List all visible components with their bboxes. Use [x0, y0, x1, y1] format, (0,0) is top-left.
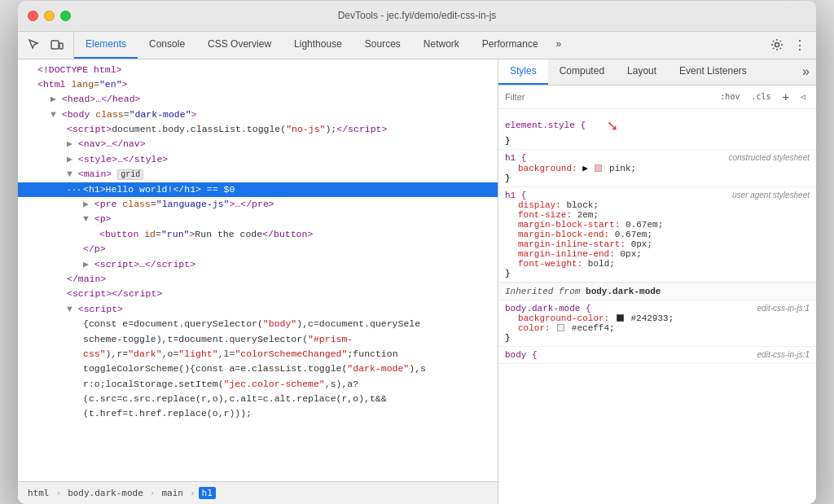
dom-line-js5[interactable]: r:o;localStorage.setItem("jec.color-sche…: [18, 377, 498, 392]
dom-line-h1[interactable]: ... <h1>Hello world!</h1> == $0: [18, 182, 498, 197]
dom-line-main-close[interactable]: </main>: [18, 272, 498, 287]
rule-prop-background[interactable]: background: ▶ pink;: [505, 163, 810, 173]
dom-line-js6[interactable]: (c.src=c.src.replace(r,o),c.alt=c.alt.re…: [18, 392, 498, 406]
main-tabs: Elements Console CSS Overview Lighthouse…: [74, 32, 761, 59]
color-swatch-light[interactable]: [557, 324, 564, 331]
dom-line-script2[interactable]: ▶ <script>…</script>: [18, 257, 498, 272]
style-rule-h1-constructed: h1 { constructed stylesheet background: …: [498, 150, 816, 187]
styles-tab-styles[interactable]: Styles: [498, 59, 548, 85]
breadcrumb-h1[interactable]: h1: [199, 487, 216, 499]
filter-buttons: :hov .cls + ◁: [716, 89, 810, 105]
tab-lighthouse[interactable]: Lighthouse: [283, 32, 353, 59]
styles-tabs: Styles Computed Layout Event Listeners »: [498, 59, 816, 85]
svg-rect-0: [51, 41, 59, 49]
filter-bar: :hov .cls + ◁: [498, 85, 816, 109]
window-title: DevTools - jec.fyi/demo/edit-css-in-js: [338, 10, 497, 21]
rule-prop-margin-inline-end[interactable]: margin-inline-end: 0px;: [505, 249, 810, 259]
rule-selector-body[interactable]: body { edit-css-in-js:1: [505, 350, 810, 360]
add-style-button[interactable]: +: [779, 89, 793, 105]
more-options-icon[interactable]: ⋮: [790, 35, 810, 55]
close-button[interactable]: [28, 11, 38, 21]
styles-tab-event-listeners[interactable]: Event Listeners: [668, 59, 758, 85]
rule-selector-h1-ua[interactable]: h1 { user agent stylesheet: [505, 191, 810, 200]
devtools-window: DevTools - jec.fyi/demo/edit-css-in-js: [18, 1, 816, 504]
dom-line-body[interactable]: ▼ <body class="dark-mode">: [18, 107, 498, 122]
hov-filter-button[interactable]: :hov: [716, 90, 744, 103]
devtools-toolbar: Elements Console CSS Overview Lighthouse…: [18, 32, 816, 59]
tab-elements[interactable]: Elements: [74, 32, 138, 59]
main-content: <!DOCTYPE html> <html lang="en"> ▶ <head…: [18, 59, 816, 504]
tab-sources[interactable]: Sources: [353, 32, 412, 59]
inherited-from-label: Inherited from body.dark-mode: [498, 283, 816, 300]
dom-content[interactable]: <!DOCTYPE html> <html lang="en"> ▶ <head…: [18, 59, 498, 481]
rule-close-h1-constructed: }: [505, 173, 810, 183]
dom-line-pre[interactable]: ▶ <pre class="language-js">…</pre>: [18, 197, 498, 212]
styles-tab-layout[interactable]: Layout: [616, 59, 668, 85]
tab-more[interactable]: »: [550, 32, 568, 59]
breadcrumb-html[interactable]: html: [24, 487, 53, 499]
cls-filter-button[interactable]: .cls: [747, 90, 775, 103]
toggle-sidebar-icon[interactable]: ◁: [797, 90, 810, 103]
rule-selector-h1[interactable]: h1 { constructed stylesheet: [505, 153, 810, 163]
dom-line-script1[interactable]: <script>document.body.classList.toggle("…: [18, 122, 498, 137]
styles-filter-input[interactable]: [505, 92, 713, 102]
rule-prop-display[interactable]: display: block;: [505, 200, 810, 210]
dom-line-js3[interactable]: css"),r="dark",o="light",l="colorSchemeC…: [18, 347, 498, 362]
rule-prop-color[interactable]: color: #eceff4;: [505, 323, 810, 333]
red-arrow-annotation: ➘: [608, 116, 617, 136]
rule-close-h1-ua: }: [505, 269, 810, 278]
tab-console[interactable]: Console: [138, 32, 196, 59]
rule-prop-margin-inline-start[interactable]: margin-inline-start: 0px;: [505, 239, 810, 249]
style-rule-h1-ua: h1 { user agent stylesheet display: bloc…: [498, 187, 816, 283]
dom-line-p-close[interactable]: </p>: [18, 242, 498, 256]
title-bar: DevTools - jec.fyi/demo/edit-css-in-js: [18, 1, 816, 32]
color-swatch-pink[interactable]: [595, 164, 602, 172]
rule-close-body-dark: }: [505, 333, 810, 343]
rule-prop-margin-block-end[interactable]: margin-block-end: 0.67em;: [505, 230, 810, 239]
dom-line-button[interactable]: <button id="run">Run the code</button>: [18, 227, 498, 242]
tab-network[interactable]: Network: [412, 32, 471, 59]
rule-prop-bg-color[interactable]: background-color: #242933;: [505, 313, 810, 323]
inspect-element-icon[interactable]: [24, 35, 44, 55]
tab-css-overview[interactable]: CSS Overview: [196, 32, 283, 59]
rule-selector-body-dark[interactable]: body.dark-mode { edit-css-in-js:1: [505, 304, 810, 313]
style-rule-element: element.style { ➘ }: [498, 112, 816, 150]
style-rule-body-dark-mode: body.dark-mode { edit-css-in-js:1 backgr…: [498, 300, 816, 347]
color-swatch-dark[interactable]: [617, 314, 624, 322]
dom-line-js1[interactable]: {const e=document.querySelector("body"),…: [18, 317, 498, 331]
dom-line-p[interactable]: ▼ <p>: [18, 212, 498, 226]
style-rule-body: body { edit-css-in-js:1: [498, 347, 816, 364]
dom-line-nav[interactable]: ▶ <nav>…</nav>: [18, 137, 498, 151]
breadcrumb-body[interactable]: body.dark-mode: [64, 487, 147, 499]
styles-tab-computed[interactable]: Computed: [548, 59, 616, 85]
dom-line-js7[interactable]: (t.href=t.href.replace(o,r)));: [18, 406, 498, 421]
tab-performance[interactable]: Performance: [471, 32, 550, 59]
styles-content: element.style { ➘ } h1 { constructed sty…: [498, 109, 816, 504]
dom-line-js2[interactable]: scheme-toggle),t=document.querySelector(…: [18, 332, 498, 347]
traffic-lights: [28, 11, 71, 21]
device-toolbar-icon[interactable]: [47, 35, 67, 55]
breadcrumb-bar: html › body.dark-mode › main › h1: [18, 481, 498, 504]
dom-line-head[interactable]: ▶ <head>…</head>: [18, 92, 498, 107]
breadcrumb-main[interactable]: main: [158, 487, 187, 499]
dom-line-script3[interactable]: <script></script>: [18, 287, 498, 301]
svg-point-2: [775, 43, 779, 47]
dom-line-html[interactable]: <html lang="en">: [18, 77, 498, 92]
rule-close-element: }: [505, 136, 810, 146]
rule-prop-font-size[interactable]: font-size: 2em;: [505, 210, 810, 220]
toolbar-right: ⋮: [761, 32, 816, 59]
dom-line-script4[interactable]: ▼ <script>: [18, 302, 498, 317]
dom-line-js4[interactable]: toggleColorScheme(){const a=e.classList.…: [18, 362, 498, 376]
devtools-container: Elements Console CSS Overview Lighthouse…: [18, 32, 816, 504]
dom-line-doctype[interactable]: <!DOCTYPE html>: [18, 63, 498, 77]
rule-prop-margin-block-start[interactable]: margin-block-start: 0.67em;: [505, 220, 810, 230]
dom-line-style[interactable]: ▶ <style>…</style>: [18, 152, 498, 167]
dom-line-main[interactable]: ▼ <main> grid: [18, 167, 498, 182]
rule-prop-font-weight[interactable]: font-weight: bold;: [505, 259, 810, 269]
rule-selector-element[interactable]: element.style { ➘: [505, 116, 810, 136]
minimize-button[interactable]: [44, 11, 55, 21]
styles-tabs-more[interactable]: »: [796, 59, 816, 85]
maximize-button[interactable]: [60, 11, 71, 21]
settings-icon[interactable]: [767, 35, 787, 55]
dom-panel: <!DOCTYPE html> <html lang="en"> ▶ <head…: [18, 59, 498, 504]
